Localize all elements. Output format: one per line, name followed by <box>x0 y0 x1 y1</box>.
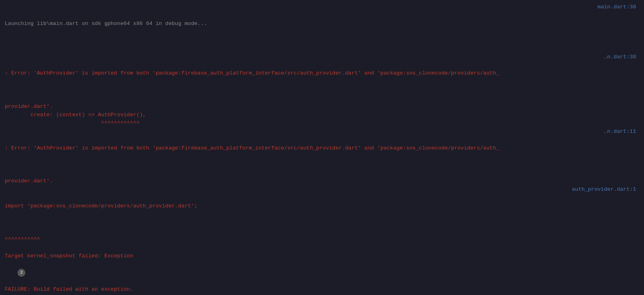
n-dart-ref-11[interactable]: …n.dart:11 <box>604 128 636 136</box>
terminal-line-import: import 'package:sns_clonecode/providers/… <box>5 186 639 236</box>
import-text: import 'package:sns_clonecode/providers/… <box>5 202 639 211</box>
launch-text: Launching lib\main.dart on sdk gphone64 … <box>5 20 639 28</box>
error-badge: 2 <box>17 269 25 277</box>
error1-text: : Error: 'AuthProvider' is imported from… <box>5 69 639 78</box>
terminal-line-provider2: provider.dart'. <box>5 177 639 186</box>
terminal-line-launch: Launching lib\main.dart on sdk gphone64 … <box>5 3 639 53</box>
terminal-line-carets1: ^^^^^^^^^^^^ <box>5 119 639 128</box>
error2-text: : Error: 'AuthProvider' is imported from… <box>5 144 639 153</box>
n-dart-ref-38[interactable]: …n.dart:38 <box>604 53 636 61</box>
terminal-line-target: Target kernel_snapshot failed: Exception <box>5 252 639 261</box>
terminal-line-provider1: provider.dart'. <box>5 103 639 111</box>
terminal-line-create: create: (context) => AuthProvider(), <box>5 111 639 119</box>
terminal-line-error2: : Error: 'AuthProvider' is imported from… <box>5 128 639 178</box>
terminal-line-failure: FAILURE: Build failed with an exception. <box>5 285 639 294</box>
main-dart-ref-1[interactable]: main.dart:38 <box>598 3 636 11</box>
terminal-line-carets2: ^^^^^^^^^^^ <box>5 236 639 244</box>
terminal-line-error1: : Error: 'AuthProvider' is imported from… <box>5 53 639 103</box>
auth-provider-ref[interactable]: auth_provider.dart:1 <box>572 186 636 194</box>
terminal-output: Launching lib\main.dart on sdk gphone64 … <box>0 0 644 295</box>
terminal-line-badge: 2 <box>5 261 639 285</box>
terminal-empty-1 <box>5 244 639 252</box>
